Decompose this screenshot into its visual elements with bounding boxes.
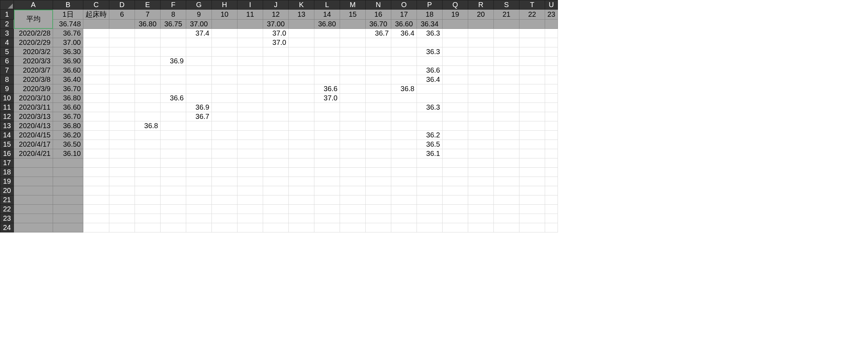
cell-S19[interactable]: [494, 177, 519, 186]
cell-U20[interactable]: [545, 186, 558, 195]
cell-G4[interactable]: [186, 38, 212, 47]
cell-S10[interactable]: [494, 94, 519, 103]
cell-L21[interactable]: [314, 195, 340, 205]
cell-U19[interactable]: [545, 177, 558, 186]
cell-N16[interactable]: [366, 149, 391, 158]
column-header-R[interactable]: R: [468, 0, 494, 10]
cell-L13[interactable]: [314, 121, 340, 131]
cell-P11[interactable]: 36.3: [417, 103, 443, 112]
cell-M18[interactable]: [340, 168, 366, 177]
cell-F22[interactable]: [161, 205, 186, 214]
row-header-11[interactable]: 11: [0, 103, 14, 112]
cell-D13[interactable]: [109, 121, 135, 131]
cell-P2[interactable]: 36.34: [417, 20, 443, 29]
cell-M3[interactable]: [340, 29, 366, 38]
cell-R10[interactable]: [468, 94, 494, 103]
row-header-12[interactable]: 12: [0, 112, 14, 121]
cell-F15[interactable]: [161, 140, 186, 149]
cell-K2[interactable]: [289, 20, 314, 29]
cell-Q2[interactable]: [443, 20, 468, 29]
cell-T13[interactable]: [519, 121, 545, 131]
cell-Q17[interactable]: [443, 158, 468, 168]
cell-E12[interactable]: [135, 112, 161, 121]
cell-F11[interactable]: [161, 103, 186, 112]
cell-J17[interactable]: [263, 158, 289, 168]
cell-S3[interactable]: [494, 29, 519, 38]
cell-P16[interactable]: 36.1: [417, 149, 443, 158]
cell-L22[interactable]: [314, 205, 340, 214]
row-header-9[interactable]: 9: [0, 84, 14, 94]
cell-R11[interactable]: [468, 103, 494, 112]
cell-J3[interactable]: 37.0: [263, 29, 289, 38]
cell-O21[interactable]: [391, 195, 417, 205]
cell-T4[interactable]: [519, 38, 545, 47]
cell-L3[interactable]: [314, 29, 340, 38]
row-header-15[interactable]: 15: [0, 140, 14, 149]
cell-P17[interactable]: [417, 158, 443, 168]
cell-I18[interactable]: [237, 168, 263, 177]
cell-T18[interactable]: [519, 168, 545, 177]
cell-T20[interactable]: [519, 186, 545, 195]
cell-E19[interactable]: [135, 177, 161, 186]
cell-N2[interactable]: 36.70: [366, 20, 391, 29]
cell-S21[interactable]: [494, 195, 519, 205]
cell-L12[interactable]: [314, 112, 340, 121]
cell-R23[interactable]: [468, 214, 494, 223]
cell-P20[interactable]: [417, 186, 443, 195]
cell-N4[interactable]: [366, 38, 391, 47]
cell-B2[interactable]: 36.748: [53, 20, 83, 29]
row-header-22[interactable]: 22: [0, 205, 14, 214]
cell-C9[interactable]: [83, 84, 109, 94]
cell-O3[interactable]: 36.4: [391, 29, 417, 38]
row-header-2[interactable]: 2: [0, 20, 14, 29]
cell-K13[interactable]: [289, 121, 314, 131]
cell-P9[interactable]: [417, 84, 443, 94]
cell-C14[interactable]: [83, 131, 109, 140]
cell-G18[interactable]: [186, 168, 212, 177]
cell-S11[interactable]: [494, 103, 519, 112]
column-header-K[interactable]: K: [289, 0, 314, 10]
cell-F3[interactable]: [161, 29, 186, 38]
cell-H2[interactable]: [212, 20, 237, 29]
cell-N18[interactable]: [366, 168, 391, 177]
column-header-B[interactable]: B: [53, 0, 83, 10]
cell-P19[interactable]: [417, 177, 443, 186]
cell-B9[interactable]: 36.70: [53, 84, 83, 94]
cell-I6[interactable]: [237, 57, 263, 66]
spreadsheet-grid[interactable]: ABCDEFGHIJKLMNOPQRSTU 1平均1日起床時6789101112…: [0, 0, 558, 232]
cell-G21[interactable]: [186, 195, 212, 205]
cell-I10[interactable]: [237, 94, 263, 103]
cell-T16[interactable]: [519, 149, 545, 158]
cell-A17[interactable]: [14, 158, 53, 168]
cell-P14[interactable]: 36.2: [417, 131, 443, 140]
cell-U3[interactable]: [545, 29, 558, 38]
column-header-F[interactable]: F: [161, 0, 186, 10]
cell-C18[interactable]: [83, 168, 109, 177]
cell-R8[interactable]: [468, 75, 494, 84]
cell-S23[interactable]: [494, 214, 519, 223]
cell-K10[interactable]: [289, 94, 314, 103]
cell-L7[interactable]: [314, 66, 340, 75]
cell-H16[interactable]: [212, 149, 237, 158]
cell-F1[interactable]: 8: [161, 10, 186, 20]
cell-K16[interactable]: [289, 149, 314, 158]
cell-D21[interactable]: [109, 195, 135, 205]
cell-N12[interactable]: [366, 112, 391, 121]
cell-F10[interactable]: 36.6: [161, 94, 186, 103]
cell-Q7[interactable]: [443, 66, 468, 75]
cell-H18[interactable]: [212, 168, 237, 177]
cell-F6[interactable]: 36.9: [161, 57, 186, 66]
cell-C22[interactable]: [83, 205, 109, 214]
cell-F9[interactable]: [161, 84, 186, 94]
cell-Q8[interactable]: [443, 75, 468, 84]
cell-Q9[interactable]: [443, 84, 468, 94]
cell-F2[interactable]: 36.75: [161, 20, 186, 29]
cell-E15[interactable]: [135, 140, 161, 149]
cell-L24[interactable]: [314, 223, 340, 232]
cell-H17[interactable]: [212, 158, 237, 168]
cell-T9[interactable]: [519, 84, 545, 94]
cell-E14[interactable]: [135, 131, 161, 140]
cell-D3[interactable]: [109, 29, 135, 38]
cell-N1[interactable]: 16: [366, 10, 391, 20]
cell-A14[interactable]: 2020/4/15: [14, 131, 53, 140]
